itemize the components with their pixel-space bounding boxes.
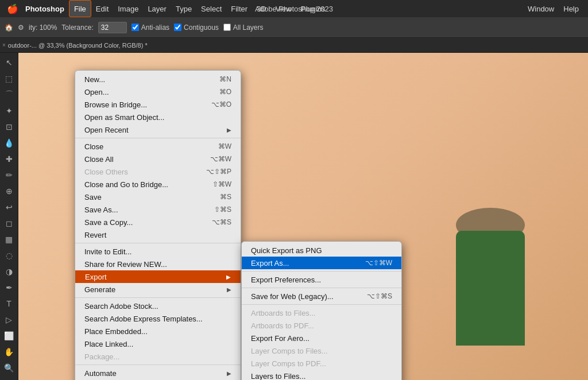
- menu-export-preferences[interactable]: Export Preferences...: [242, 273, 401, 286]
- menu-search-express[interactable]: Search Adobe Express Templates...: [75, 312, 241, 325]
- menu-layer-comps-pdf: Layer Comps to PDF...: [242, 357, 401, 370]
- menu-layers-to-files[interactable]: Layers to Files...: [242, 370, 401, 380]
- menubar: 🍎 Photoshop File Edit Image Layer Type S…: [0, 0, 588, 17]
- selection-tool-icon[interactable]: ⬚: [2, 71, 17, 86]
- menubar-item-image[interactable]: Image: [113, 0, 143, 17]
- crop-tool-icon[interactable]: ⊡: [2, 119, 17, 134]
- opacity-label: ity: 100%: [29, 24, 57, 32]
- gradient-tool-icon[interactable]: ▦: [2, 232, 17, 247]
- separator-2: [75, 243, 241, 243]
- menubar-item-window[interactable]: Window: [523, 0, 559, 17]
- lasso-tool-icon[interactable]: ⌒: [2, 87, 17, 102]
- path-selection-icon[interactable]: ▷: [2, 312, 17, 327]
- menubar-item-type[interactable]: Type: [171, 0, 196, 17]
- home-icon-btn[interactable]: 🏠: [5, 24, 13, 32]
- file-menu: New... ⌘N Open... ⌘O Browse in Bridge...…: [75, 70, 241, 380]
- menu-layer-comps-files: Layer Comps to Files...: [242, 344, 401, 357]
- menu-invite-edit[interactable]: Invite to Edit...: [75, 245, 241, 258]
- window-title: Adobe Photoshop 2023: [255, 5, 333, 13]
- tab-label: outdoor-... @ 33,3% (Background Color, R…: [8, 42, 148, 49]
- menu-artboards-files: Artboards to Files...: [242, 307, 401, 319]
- stamp-tool-icon[interactable]: ⊕: [2, 184, 17, 199]
- export-sep-2: [242, 288, 401, 288]
- menu-save[interactable]: Save ⌘S: [75, 191, 241, 203]
- apple-menu[interactable]: 🍎: [5, 0, 21, 17]
- figure-body: [456, 231, 525, 346]
- move-tool-icon[interactable]: ↖: [2, 55, 17, 70]
- menubar-item-select[interactable]: Select: [196, 0, 226, 17]
- export-sep-3: [242, 304, 401, 305]
- eraser-tool-icon[interactable]: ◻: [2, 216, 17, 231]
- menu-close[interactable]: Close ⌘W: [75, 140, 241, 153]
- separator-4: [75, 365, 241, 365]
- menu-search-stock[interactable]: Search Adobe Stock...: [75, 300, 241, 312]
- blur-tool-icon[interactable]: ◌: [2, 248, 17, 263]
- menu-export-aero[interactable]: Export For Aero...: [242, 332, 401, 344]
- dodge-tool-icon[interactable]: ◑: [2, 264, 17, 279]
- export-sep-1: [242, 271, 401, 272]
- menu-quick-export-png[interactable]: Quick Export as PNG: [242, 244, 401, 257]
- eyedropper-icon[interactable]: 💧: [2, 135, 17, 150]
- options-bar: 🏠 ⚙ ity: 100% Tolerance: Anti-alias Cont…: [0, 17, 588, 38]
- tab-bar: × outdoor-... @ 33,3% (Background Color,…: [0, 38, 588, 53]
- tool-options-icon: ⚙: [18, 24, 24, 32]
- menu-open-recent[interactable]: Open Recent ▶: [75, 123, 241, 136]
- menu-close-all[interactable]: Close All ⌥⌘W: [75, 153, 241, 165]
- menu-close-go-bridge[interactable]: Close and Go to Bridge... ⇧⌘W: [75, 178, 241, 191]
- all-layers-checkbox[interactable]: All Layers: [223, 24, 264, 32]
- tolerance-input[interactable]: [98, 22, 127, 33]
- menu-export[interactable]: Export ▶: [75, 270, 241, 283]
- hand-tool-icon[interactable]: ✋: [2, 344, 17, 359]
- anti-alias-checkbox[interactable]: Anti-alias: [131, 24, 169, 32]
- menu-save-for-web[interactable]: Save for Web (Legacy)... ⌥⇧⌘S: [242, 290, 401, 303]
- tolerance-label: Tolerance:: [61, 24, 93, 32]
- menu-close-others: Close Others ⌥⇧⌘P: [75, 165, 241, 178]
- menu-share-review[interactable]: Share for Review NEW...: [75, 258, 241, 270]
- menubar-item-file[interactable]: File: [69, 0, 91, 17]
- menubar-item-edit[interactable]: Edit: [91, 0, 113, 17]
- healing-brush-icon[interactable]: ✚: [2, 152, 17, 166]
- text-tool-icon[interactable]: T: [2, 296, 17, 311]
- menu-browse-bridge[interactable]: Browse in Bridge... ⌥⌘O: [75, 98, 241, 111]
- brush-tool-icon[interactable]: ✏: [2, 168, 17, 183]
- zoom-tool-icon[interactable]: 🔍: [2, 360, 17, 375]
- shape-tool-icon[interactable]: ⬜: [2, 328, 17, 343]
- menu-artboards-pdf: Artboards to PDF...: [242, 319, 401, 332]
- menu-automate[interactable]: Automate ▶: [75, 367, 241, 379]
- contiguous-checkbox[interactable]: Contiguous: [174, 24, 219, 32]
- app-name: Photoshop: [21, 5, 69, 13]
- menu-place-embedded[interactable]: Place Embedded...: [75, 325, 241, 338]
- separator-1: [75, 138, 241, 138]
- menu-export-as[interactable]: Export As... ⌥⇧⌘W: [242, 257, 401, 269]
- menu-open[interactable]: Open... ⌘O: [75, 86, 241, 98]
- menu-open-smart-object[interactable]: Open as Smart Object...: [75, 111, 241, 123]
- menubar-right: Window Help: [523, 0, 583, 17]
- left-toolbar: ↖ ⬚ ⌒ ✦ ⊡ 💧 ✚ ✏ ⊕ ↩ ◻ ▦ ◌ ◑ ✒ T ▷ ⬜ ✋ 🔍: [0, 53, 18, 380]
- canvas-figure: [439, 208, 542, 380]
- separator-3: [75, 297, 241, 298]
- export-submenu: Quick Export as PNG Export As... ⌥⇧⌘W Ex…: [241, 241, 402, 380]
- history-brush-icon[interactable]: ↩: [2, 200, 17, 215]
- menubar-item-filter[interactable]: Filter: [226, 0, 252, 17]
- menu-new[interactable]: New... ⌘N: [75, 73, 241, 86]
- menu-save-copy[interactable]: Save a Copy... ⌥⌘S: [75, 216, 241, 228]
- menu-revert[interactable]: Revert: [75, 228, 241, 241]
- magic-wand-icon[interactable]: ✦: [2, 103, 17, 118]
- pen-tool-icon[interactable]: ✒: [2, 280, 17, 295]
- menu-place-linked[interactable]: Place Linked...: [75, 338, 241, 350]
- menubar-item-layer[interactable]: Layer: [143, 0, 171, 17]
- tab-close-button[interactable]: ×: [2, 42, 6, 48]
- menu-save-as[interactable]: Save As... ⇧⌘S: [75, 203, 241, 216]
- main-area: ↖ ⬚ ⌒ ✦ ⊡ 💧 ✚ ✏ ⊕ ↩ ◻ ▦ ◌ ◑ ✒ T ▷ ⬜ ✋ 🔍 …: [0, 53, 588, 380]
- menubar-item-help[interactable]: Help: [559, 0, 583, 17]
- menu-generate[interactable]: Generate ▶: [75, 283, 241, 296]
- menu-package: Package...: [75, 350, 241, 363]
